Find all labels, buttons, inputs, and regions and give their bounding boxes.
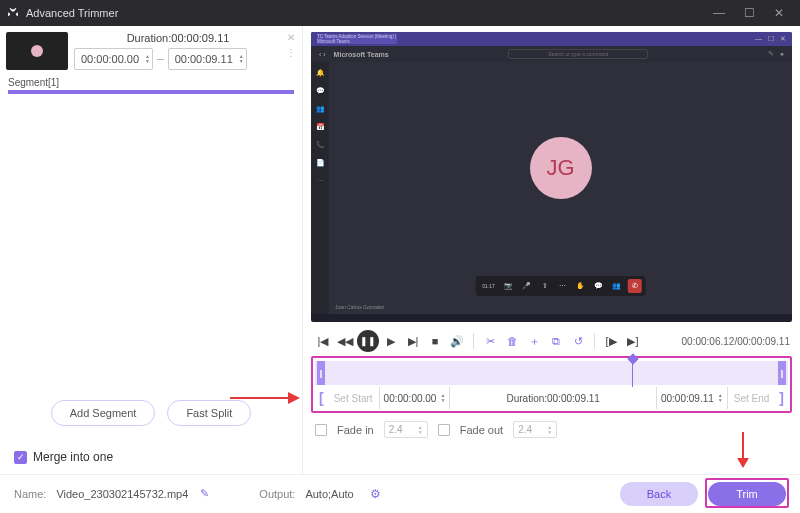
trim-range-row: [ Set Start 00:00:00.00▲▼ Duration:00:00… [315,387,788,409]
more-call-icon: ⋯ [556,279,570,293]
fade-in-checkbox[interactable] [315,424,327,436]
split-button[interactable]: ✂ [480,331,500,351]
chat-call-icon: 💬 [592,279,606,293]
fade-out-value[interactable]: 2.4▲▼ [513,421,557,438]
bell-icon: 🔔 [315,68,325,78]
bracket-left-icon: [ [315,390,328,406]
mark-out-button[interactable]: ▶] [623,331,643,351]
teams-rail: 🔔 💬 👥 📅 📞 📄 ⋯ [311,62,329,314]
share-icon: ⇪ [538,279,552,293]
add-marker-button[interactable]: ＋ [524,331,544,351]
participant-name: Juan Carlos Gonzalez [335,304,384,310]
trim-button[interactable]: Trim [708,482,786,506]
calls-icon: 📞 [315,140,325,150]
teams-icon: 👥 [315,104,325,114]
fade-row: Fade in 2.4▲▼ Fade out 2.4▲▼ [303,413,800,446]
copy-button[interactable]: ⧉ [546,331,566,351]
hangup-icon: ✆ [628,279,642,293]
output-label: Output: [259,488,295,500]
call-controls-bar: 01:17 📷 🎤 ⇪ ⋯ ✋ 💬 👥 ✆ [475,276,646,296]
segment-start-input[interactable]: 00:00:00.00 ▲▼ [74,48,153,70]
volume-button[interactable]: 🔊 [447,331,467,351]
segment-end-input[interactable]: 00:00:09.11 ▲▼ [168,48,247,70]
playback-controls: |◀ ◀◀ ❚❚ ▶ ▶| ■ 🔊 ✂ 🗑 ＋ ⧉ ↺ [▶ ▶] 00:00:… [303,326,800,356]
trim-start-input[interactable]: 00:00:00.00▲▼ [379,387,451,409]
fade-out-checkbox[interactable] [438,424,450,436]
trim-handle-right[interactable]: ‖ [778,361,786,385]
remove-segment-icon[interactable]: ✕ [287,32,295,43]
play-button[interactable]: ▶ [381,331,401,351]
mic-icon: 🎤 [520,279,534,293]
window-title: Advanced Trimmer [26,7,704,19]
teams-tab-title: TC Teams Adoption Session (Meeting) | Mi… [317,34,397,44]
delete-button[interactable]: 🗑 [502,331,522,351]
chat-icon: 💬 [315,86,325,96]
merge-checkbox[interactable]: ✓ [14,451,27,464]
bracket-right-icon: ] [775,390,788,406]
teams-window-controls: —☐✕ [755,35,786,43]
call-timer: 01:17 [479,279,498,293]
segment-panel: Duration:00:00:09.11 00:00:00.00 ▲▼ – 00… [0,26,303,474]
video-preview: TC Teams Adoption Session (Meeting) | Mi… [311,32,792,322]
maximize-button[interactable]: ☐ [734,0,764,26]
merge-label: Merge into one [33,450,113,464]
teams-header: ‹ › Microsoft Teams Search or type a com… [311,46,792,62]
teams-titlebar: TC Teams Adoption Session (Meeting) | Mi… [311,32,792,46]
people-icon: 👥 [610,279,624,293]
main-area: Duration:00:00:09.11 00:00:00.00 ▲▼ – 00… [0,26,800,474]
playhead[interactable] [632,357,633,387]
dash-icon: – [157,52,164,66]
set-start-button[interactable]: Set Start [328,393,379,404]
participant-avatar: JG [530,137,592,199]
name-label: Name: [14,488,46,500]
files-icon: 📄 [315,158,325,168]
timecode-display: 00:00:06.12/00:00:09.11 [682,336,790,347]
close-button[interactable]: ✕ [764,0,794,26]
fade-in-value[interactable]: 2.4▲▼ [384,421,428,438]
trim-duration-label: Duration:00:00:09.11 [450,393,656,404]
camera-icon: 📷 [502,279,516,293]
stop-button[interactable]: ■ [425,331,445,351]
minimize-button[interactable]: — [704,0,734,26]
edit-name-icon[interactable]: ✎ [200,487,209,500]
teams-header-icons: ✎● [768,50,784,58]
trim-handle-left[interactable]: ‖ [317,361,325,385]
segment-card[interactable]: Duration:00:00:09.11 00:00:00.00 ▲▼ – 00… [0,26,302,77]
fast-split-button[interactable]: Fast Split [167,400,251,426]
raise-icon: ✋ [574,279,588,293]
teams-search: Search or type a command [508,49,648,59]
file-name: Video_230302145732.mp4 [56,488,188,500]
fade-out-label: Fade out [460,424,503,436]
segment-progress-bar [8,90,294,94]
right-panel: TC Teams Adoption Session (Meeting) | Mi… [303,26,800,474]
output-value: Auto;Auto [305,488,353,500]
segment-thumbnail [6,32,68,70]
app-logo-icon [6,6,20,20]
next-frame-button[interactable]: ▶| [403,331,423,351]
back-button[interactable]: Back [620,482,698,506]
prev-frame-button[interactable]: ◀◀ [335,331,355,351]
titlebar: Advanced Trimmer — ☐ ✕ [0,0,800,26]
teams-app-name: Microsoft Teams [334,51,389,58]
pause-button[interactable]: ❚❚ [357,330,379,352]
trim-end-input[interactable]: 00:00:09.11▲▼ [656,387,728,409]
fade-in-label: Fade in [337,424,374,436]
undo-button[interactable]: ↺ [568,331,588,351]
segment-caption: Segment[1] [0,77,302,88]
teams-meeting-area: JG 01:17 📷 🎤 ⇪ ⋯ ✋ 💬 👥 ✆ Juan Carlos Gon… [329,62,792,314]
set-end-button[interactable]: Set End [728,393,776,404]
add-segment-button[interactable]: Add Segment [51,400,156,426]
footer: Name: Video_230302145732.mp4 ✎ Output: A… [0,474,800,512]
output-settings-icon[interactable]: ⚙ [370,487,381,501]
segment-duration-label: Duration:00:00:09.11 [74,32,282,44]
first-frame-button[interactable]: |◀ [313,331,333,351]
trim-highlight-box: ‖ ‖ [ Set Start 00:00:00.00▲▼ Duration:0… [311,356,792,413]
more-icon: ⋯ [315,176,325,186]
timeline-track[interactable]: ‖ ‖ [315,361,788,385]
calendar-icon: 📅 [315,122,325,132]
segment-options-icon[interactable]: ⋮ [286,47,296,58]
mark-in-button[interactable]: [▶ [601,331,621,351]
